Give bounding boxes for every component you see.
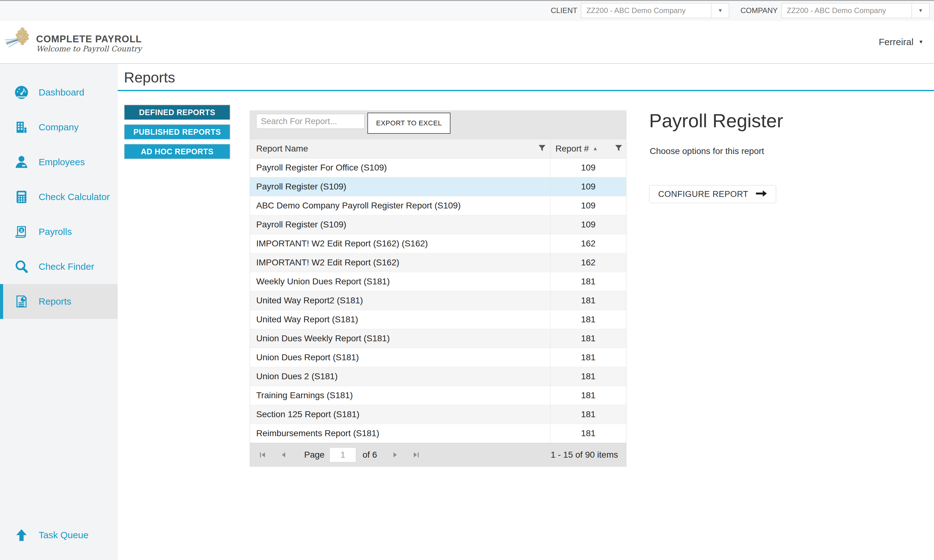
company-select-value: ZZ200 - ABC Demo Company: [782, 3, 912, 18]
page-label: Page: [304, 450, 324, 460]
report-number-cell: 181: [550, 334, 626, 343]
table-row[interactable]: Section 125 Report (S181) 181: [250, 405, 626, 424]
tab-published-reports[interactable]: PUBLISHED REPORTS: [124, 124, 230, 140]
table-row[interactable]: Payroll Register For Office (S109) 109: [250, 158, 626, 177]
sidebar-item-label: Check Calculator: [39, 192, 109, 202]
table-row[interactable]: Training Earnings (S181) 181: [250, 386, 626, 405]
filter-icon[interactable]: [615, 144, 623, 154]
sidebar-item-label: Payrolls: [39, 226, 72, 237]
configure-report-button[interactable]: CONFIGURE REPORT: [649, 185, 776, 203]
table-row[interactable]: Union Dues Weekly Report (S181) 181: [250, 329, 626, 348]
client-label: CLIENT: [551, 6, 577, 15]
table-row[interactable]: Payroll Register (S109) 109: [250, 177, 626, 196]
chevron-down-icon[interactable]: ▼: [912, 3, 929, 18]
sidebar: Dashboard Company: [0, 64, 118, 560]
app-logo: COMPLETE PAYROLL Welcome to Payroll Coun…: [5, 26, 142, 57]
report-name-cell: IMPORTANT! W2 Edit Report (S162) (S162): [250, 234, 550, 253]
dashboard-icon: [14, 85, 29, 100]
client-select[interactable]: ZZ200 - ABC Demo Company ▼: [581, 3, 729, 18]
app-header: COMPLETE PAYROLL Welcome to Payroll Coun…: [0, 20, 934, 64]
report-name-cell: IMPORTANT! W2 Edit Report (S162): [250, 253, 550, 272]
table-row[interactable]: IMPORTANT! W2 Edit Report (S162) 162: [250, 253, 626, 272]
report-type-tabs: DEFINED REPORTS PUBLISHED REPORTS AD HOC…: [124, 105, 230, 163]
report-name-cell: Weekly Union Dues Report (S181): [250, 272, 550, 291]
sidebar-item-dashboard[interactable]: Dashboard: [0, 75, 118, 110]
sidebar-item-label: Dashboard: [39, 87, 84, 98]
building-icon: [14, 120, 29, 134]
reports-table-panel: EXPORT TO EXCEL Report Name Report # ▲ P…: [250, 111, 626, 467]
tab-defined-reports[interactable]: DEFINED REPORTS: [124, 105, 230, 120]
logo-title: COMPLETE PAYROLL: [36, 34, 142, 44]
selected-report-subtitle: Choose options for this report: [650, 146, 764, 156]
report-name-cell: Union Dues Report (S181): [250, 348, 550, 367]
table-row[interactable]: United Way Report2 (S181) 181: [250, 291, 626, 310]
sidebar-item-label: Employees: [39, 157, 85, 168]
user-menu[interactable]: Ferreiral ▼: [879, 20, 923, 63]
report-name-cell: Payroll Register (S109): [250, 177, 550, 196]
table-row[interactable]: Union Dues 2 (S181) 181: [250, 367, 626, 386]
report-number-cell: 181: [550, 277, 626, 286]
report-name-cell: ABC Demo Company Payroll Register Report…: [250, 196, 550, 215]
column-header-report-name[interactable]: Report Name: [250, 139, 550, 158]
table-row[interactable]: IMPORTANT! W2 Edit Report (S162) (S162) …: [250, 234, 626, 253]
column-header-report-number[interactable]: Report # ▲: [550, 139, 626, 158]
calculator-icon: [14, 190, 29, 204]
top-bar: CLIENT ZZ200 - ABC Demo Company ▼ COMPAN…: [0, 0, 934, 20]
report-name-cell: Union Dues 2 (S181): [250, 367, 550, 386]
report-number-cell: 181: [550, 391, 626, 400]
table-row[interactable]: Payroll Register (S109) 109: [250, 215, 626, 234]
table-header-row: Report Name Report # ▲: [250, 139, 626, 158]
last-page-icon[interactable]: [413, 451, 420, 458]
export-to-excel-button[interactable]: EXPORT TO EXCEL: [367, 112, 450, 134]
sidebar-item-company[interactable]: Company: [0, 110, 118, 145]
sidebar-item-task-queue[interactable]: Task Queue: [0, 518, 118, 552]
report-name-cell: United Way Report2 (S181): [250, 291, 550, 310]
arrow-up-icon: [14, 528, 29, 542]
report-number-cell: 181: [550, 428, 626, 438]
report-number-cell: 109: [550, 182, 626, 192]
sidebar-item-employees[interactable]: Employees: [0, 145, 118, 180]
report-name-cell: Union Dues Weekly Report (S181): [250, 329, 550, 348]
table-row[interactable]: United Way Report (S181) 181: [250, 310, 626, 329]
selected-report-title: Payroll Register: [649, 111, 783, 131]
report-number-cell: 109: [550, 220, 626, 229]
report-number-cell: 109: [550, 201, 626, 211]
client-select-value: ZZ200 - ABC Demo Company: [581, 3, 711, 18]
pagination-bar: Page of 6 1 - 15 of 90 items: [250, 443, 626, 466]
report-document-icon: [14, 294, 29, 309]
sidebar-item-label: Task Queue: [39, 530, 88, 540]
company-label: COMPANY: [740, 6, 778, 15]
table-toolbar: EXPORT TO EXCEL: [250, 111, 626, 139]
first-page-icon[interactable]: [259, 451, 266, 458]
tab-ad-hoc-reports[interactable]: AD HOC REPORTS: [124, 144, 230, 159]
report-number-cell: 181: [550, 295, 626, 306]
person-icon: [14, 155, 29, 169]
company-select[interactable]: ZZ200 - ABC Demo Company ▼: [781, 3, 929, 18]
sidebar-item-reports[interactable]: Reports: [0, 284, 118, 319]
report-number-cell: 109: [550, 163, 626, 173]
sidebar-item-check-calculator[interactable]: Check Calculator: [0, 180, 118, 214]
filter-icon[interactable]: [538, 144, 546, 154]
pinecone-logo-icon: [5, 26, 34, 57]
svg-text:$: $: [20, 228, 23, 233]
table-row[interactable]: Weekly Union Dues Report (S181) 181: [250, 272, 626, 291]
sidebar-item-payrolls[interactable]: $ Payrolls: [0, 214, 118, 249]
sort-ascending-icon: ▲: [592, 146, 598, 152]
arrow-right-icon: [756, 189, 767, 199]
sidebar-item-check-finder[interactable]: Check Finder: [0, 249, 118, 284]
chevron-down-icon: ▼: [919, 39, 923, 45]
table-row[interactable]: ABC Demo Company Payroll Register Report…: [250, 196, 626, 215]
previous-page-icon[interactable]: [280, 451, 287, 458]
table-row[interactable]: Union Dues Report (S181) 181: [250, 348, 626, 367]
report-name-cell: Payroll Register (S109): [250, 215, 550, 234]
page-input[interactable]: [329, 448, 356, 462]
report-number-cell: 162: [550, 238, 626, 249]
chevron-down-icon[interactable]: ▼: [711, 3, 729, 18]
title-underline: [118, 90, 934, 91]
table-row[interactable]: Reimbursements Report (S181) 181: [250, 424, 626, 443]
page-of-label: of 6: [362, 450, 377, 460]
next-page-icon[interactable]: [391, 451, 399, 458]
sidebar-item-label: Check Finder: [39, 262, 94, 272]
main-content: Reports DEFINED REPORTS PUBLISHED REPORT…: [118, 64, 934, 560]
search-input[interactable]: [256, 114, 365, 129]
